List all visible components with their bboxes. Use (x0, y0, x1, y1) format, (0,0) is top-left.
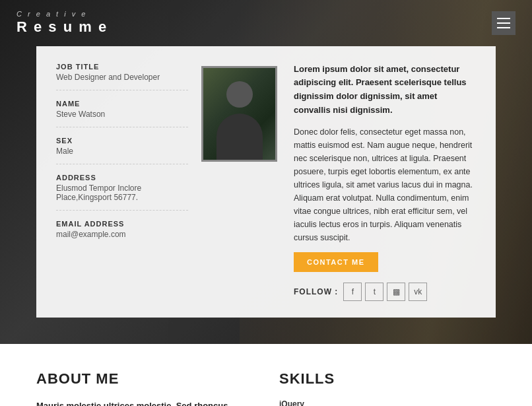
address-label: ADDRESS (56, 174, 188, 182)
rss-icon[interactable]: ▩ (387, 283, 405, 301)
email-value: mail@example.com (56, 230, 188, 239)
skills-section: SKILLS jQuery34306750675AJAX23506750675P… (279, 370, 496, 406)
sex-field: SEX Male (56, 137, 188, 164)
profile-fields: JOB TITLE Web Designer and Developer NAM… (56, 63, 188, 301)
social-icons: f t ▩ vk (343, 283, 427, 301)
hero-section: C r e a t i v e R e s u m e JOB TITLE We… (0, 0, 532, 344)
address-value: Elusmod Tempor Inclore Place,Kingsport 5… (56, 184, 188, 202)
profile-card: JOB TITLE Web Designer and Developer NAM… (36, 46, 496, 318)
address-field: ADDRESS Elusmod Tempor Inclore Place,Kin… (56, 174, 188, 211)
intro-bold: Lorem ipsum dolor sit amet, consectetur … (294, 63, 476, 118)
contact-me-button[interactable]: CONTACT ME (294, 252, 378, 272)
job-title-label: JOB TITLE (56, 63, 188, 71)
follow-row: FOLLOW : f t ▩ vk (294, 283, 476, 301)
name-value: Steve Watson (56, 110, 188, 119)
follow-label: FOLLOW : (294, 287, 338, 296)
name-field: NAME Steve Watson (56, 100, 188, 127)
facebook-icon[interactable]: f (343, 283, 362, 301)
brand-name: R e s u m e (17, 18, 108, 36)
profile-bio: Lorem ipsum dolor sit amet, consectetur … (294, 63, 476, 301)
email-field: EMAIL ADDRESS mail@example.com (56, 220, 188, 247)
hamburger-line3 (497, 27, 510, 28)
hamburger-line1 (497, 18, 510, 19)
vk-icon[interactable]: vk (409, 283, 427, 301)
navbar: C r e a t i v e R e s u m e (0, 0, 532, 46)
hamburger-line2 (497, 22, 510, 24)
name-label: NAME (56, 100, 188, 108)
skills-title: SKILLS (279, 370, 496, 388)
menu-button[interactable] (492, 11, 515, 35)
profile-photo-container (201, 66, 281, 301)
twitter-icon[interactable]: t (365, 283, 383, 301)
about-highlight: Mauris molestie ultrices molestie. Sed r… (36, 399, 253, 406)
sex-value: Male (56, 147, 188, 156)
intro-body: Donec dolor felis, consectetur eget mass… (294, 125, 476, 244)
brand-tagline: C r e a t i v e (17, 10, 108, 18)
about-me-title: ABOUT ME (36, 370, 253, 388)
skills-list: jQuery34306750675AJAX23506750675PHP67506… (279, 399, 496, 406)
brand-logo: C r e a t i v e R e s u m e (17, 10, 108, 36)
skill-item: jQuery3430675 (279, 399, 496, 406)
skill-name: jQuery (279, 399, 496, 406)
email-label: EMAIL ADDRESS (56, 220, 188, 228)
sex-label: SEX (56, 137, 188, 145)
bottom-section: ABOUT ME Mauris molestie ultrices molest… (0, 344, 532, 406)
about-me-section: ABOUT ME Mauris molestie ultrices molest… (36, 370, 253, 406)
profile-photo (201, 66, 277, 162)
job-title-value: Web Designer and Developer (56, 73, 188, 82)
job-title-field: JOB TITLE Web Designer and Developer (56, 63, 188, 90)
